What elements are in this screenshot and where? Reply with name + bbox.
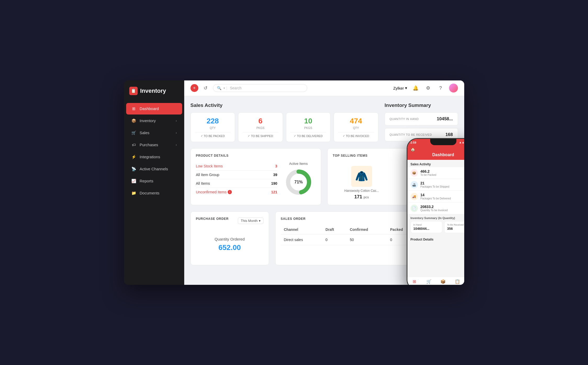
product-row-item-group[interactable]: All Item Group 39: [196, 171, 277, 179]
po-body: Quantity Ordered 652.00: [196, 229, 264, 260]
sales-card-invoiced[interactable]: 474 Qty ✓ TO BE INVOICED: [334, 112, 378, 142]
phone-activity-info-2: 14 Packages To be Delivered: [421, 193, 464, 200]
in-hand-value: 10458...: [437, 116, 453, 122]
phone-in-hand-label: In Hand: [413, 224, 439, 226]
check-icon: ✓: [201, 134, 203, 137]
phone-nav-items[interactable]: 📋 Items: [450, 279, 464, 285]
sales-card-packed[interactable]: 228 Qty ✓ TO BE PACKED: [191, 112, 235, 142]
product-row-low-stock[interactable]: Low Stock Items 3: [196, 162, 277, 171]
phone-nav-dashboard-icon: ⊞: [413, 279, 416, 284]
phone-delivered-label: Packages To be Delivered: [421, 197, 464, 200]
product-details-inner: Low Stock Items 3 All Item Group 39 All …: [196, 162, 316, 197]
check-icon: ✓: [294, 134, 296, 137]
sales-icon: 🛒: [131, 130, 137, 135]
inventory-summary-section: Inventory Summary QUANTITY IN HAND 10458…: [385, 102, 458, 142]
product-row-all-items[interactable]: All Items 190: [196, 179, 277, 188]
packed-unit: Qty: [195, 126, 231, 129]
search-icon: 🔍: [217, 86, 221, 90]
sidebar-item-label: Inventory: [140, 118, 156, 123]
top-selling-title: TOP SELLING ITEMS: [333, 154, 368, 157]
history-button[interactable]: ↺: [201, 84, 210, 92]
phone-activity-item-3[interactable]: 📄 20833.2 Quantity To be Invoiced ›: [407, 203, 464, 214]
phone-header: 🏠 ☰ Dashboard: [407, 146, 464, 160]
phone-shipped-value: 21: [421, 181, 464, 186]
selling-item-1[interactable]: 🧥 Hanswooly Cotton Cas... 171 pcs: [333, 166, 391, 200]
phone-nav-packages-label: Packages: [438, 285, 449, 285]
item-group-value: 39: [273, 173, 277, 177]
packed-number: 228: [195, 117, 231, 125]
user-avatar[interactable]: [449, 84, 458, 92]
sidebar-item-reports[interactable]: 📈 Reports: [126, 175, 182, 187]
phone-invoiced-label: Quantity To be Invoiced: [421, 209, 464, 212]
phone-delivered-icon: 🚚: [411, 193, 418, 200]
phone-nav-items-label: Items: [455, 285, 460, 285]
invoiced-number: 474: [338, 117, 374, 125]
phone-nav-packages[interactable]: 📦 Packages: [436, 279, 450, 285]
sidebar-item-documents[interactable]: 📁 Documents: [126, 187, 182, 199]
sidebar-nav: ⊞ Dashboard 📦 Inventory › 🛒 Sales › 🏷 Pu…: [124, 100, 184, 285]
unconfirmed-label: Unconfirmed Items: [196, 190, 227, 194]
invoiced-unit: Qty: [338, 126, 374, 129]
app-title: Inventory: [140, 88, 166, 94]
sidebar-item-integrations[interactable]: ⚡ Integrations: [126, 151, 182, 163]
app-logo: 📋 Inventory: [124, 80, 184, 100]
sidebar-item-purchases[interactable]: 🏷 Purchases ›: [126, 139, 182, 151]
selling-item-name-1: Hanswooly Cotton Cas...: [333, 189, 391, 193]
sidebar-item-inventory[interactable]: 📦 Inventory ›: [126, 115, 182, 127]
search-bar[interactable]: 🔍 ▾: [213, 84, 307, 92]
active-channels-icon: 📡: [131, 166, 137, 172]
phone-inv-card-hand[interactable]: In Hand 1046044...: [411, 221, 442, 233]
phone-activity-item-2[interactable]: 🚚 14 Packages To be Delivered ›: [407, 191, 464, 203]
phone-activity-item-1[interactable]: 🚢 21 Packages To be Shipped ›: [407, 179, 464, 191]
inv-card-in-hand[interactable]: QUANTITY IN HAND 10458...: [385, 112, 458, 126]
po-period-selector[interactable]: This Month ▾: [238, 217, 263, 224]
phone-notch: [430, 139, 456, 145]
sales-activity-title: Sales Activity: [191, 102, 378, 108]
phone-nav-sales-orders[interactable]: 🛒 Sales Orders: [422, 279, 436, 285]
donut-chart: Active Items 71%: [282, 162, 316, 197]
sales-card-shipped[interactable]: 6 Pkgs ✓ TO BE SHIPPED: [238, 112, 283, 142]
phone-activity-info-1: 21 Packages To be Shipped: [421, 181, 464, 188]
chevron-right-icon: ›: [176, 143, 177, 147]
sidebar-item-label: Sales: [140, 130, 150, 135]
phone-inv-section: Inventory Summary (In Quantity) In Hand …: [407, 214, 464, 235]
add-button[interactable]: +: [191, 84, 198, 92]
sidebar-item-label: Active Channels: [140, 167, 168, 171]
logo-icon: 📋: [129, 87, 138, 95]
phone-activity-item-0[interactable]: 📦 466.2 To be Packed ›: [407, 167, 464, 179]
org-selector[interactable]: Zylker ▾: [393, 86, 407, 90]
phone-nav-dashboard[interactable]: ⊞ Dashboard: [407, 279, 422, 285]
search-filter-icon[interactable]: ▾: [223, 86, 227, 90]
phone-packed-icon: 📦: [411, 169, 418, 177]
sidebar-item-dashboard[interactable]: ⊞ Dashboard: [126, 103, 182, 115]
phone-shipped-label: Packages To be Shipped: [421, 185, 464, 188]
topbar-right: Zylker ▾ 🔔 ⚙ ?: [393, 84, 458, 92]
notifications-button[interactable]: 🔔: [411, 84, 420, 92]
phone-packed-value: 466.2: [421, 169, 464, 174]
search-input[interactable]: [230, 86, 303, 90]
sidebar-item-sales[interactable]: 🛒 Sales ›: [126, 127, 182, 139]
phone-nav-sales-icon: 🛒: [426, 279, 432, 284]
product-row-unconfirmed[interactable]: Unconfirmed Items i 121: [196, 188, 277, 196]
phone-time: 2:59: [411, 141, 416, 144]
sidebar-item-label: Reports: [140, 179, 154, 183]
active-items-label: Active Items: [289, 162, 308, 166]
sidebar: 📋 Inventory ⊞ Dashboard 📦 Inventory › 🛒 …: [124, 80, 184, 285]
delivered-number: 10: [290, 117, 326, 125]
purchases-icon: 🏷: [131, 142, 137, 148]
help-button[interactable]: ?: [436, 84, 445, 92]
phone-bottom-nav: ⊞ Dashboard 🛒 Sales Orders 📦 Packages 📋 …: [407, 277, 464, 285]
selling-item-img-1: 🧥: [351, 166, 372, 187]
col-channel: Channel: [281, 225, 322, 235]
to-receive-label: QUANTITY TO BE RECEIVED: [390, 133, 432, 136]
sidebar-item-label: Dashboard: [140, 106, 159, 111]
phone-shipped-icon: 🚢: [411, 181, 418, 188]
sidebar-item-active-channels[interactable]: 📡 Active Channels: [126, 163, 182, 175]
product-list: Low Stock Items 3 All Item Group 39 All …: [196, 162, 277, 196]
sales-card-delivered[interactable]: 10 Pkgs ✓ TO BE DELIVERED: [286, 112, 331, 142]
phone-header-title: Dashboard: [411, 152, 464, 157]
inv-summary-cards: QUANTITY IN HAND 10458... QUANTITY TO BE…: [385, 112, 458, 141]
settings-button[interactable]: ⚙: [424, 84, 432, 92]
phone-inv-card-receive[interactable]: To Be Received 356: [444, 221, 464, 233]
dashboard-icon: ⊞: [131, 106, 137, 111]
